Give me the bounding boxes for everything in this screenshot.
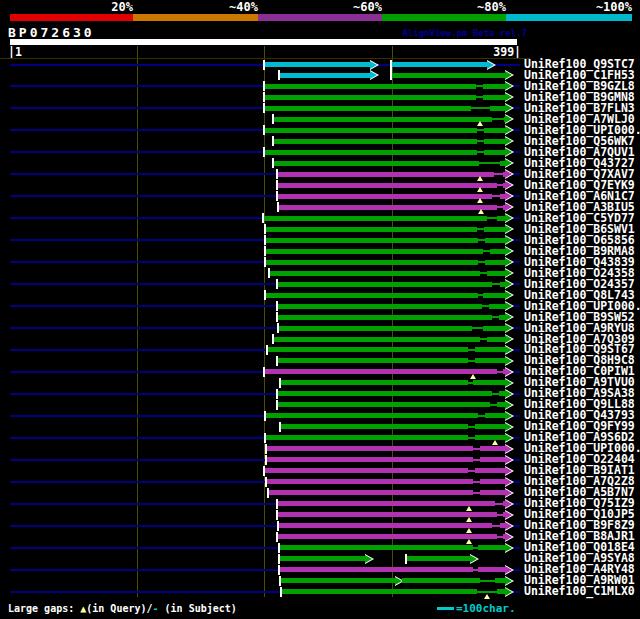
alignment-bar[interactable]: [266, 260, 478, 265]
alignment-bar[interactable]: [483, 293, 505, 298]
alignment-bar[interactable]: [278, 304, 482, 309]
alignment-thin-gap: [476, 96, 483, 98]
alignment-thin-gap: [468, 426, 475, 428]
alignment-bar[interactable]: [265, 106, 471, 111]
alignment-bar[interactable]: [480, 490, 505, 495]
alignment-bar[interactable]: [484, 150, 505, 155]
alignment-bar[interactable]: [267, 479, 473, 484]
identity-scale-label: 20%: [71, 1, 133, 13]
alignment-bar[interactable]: [480, 446, 505, 451]
alignment-bar[interactable]: [269, 490, 473, 495]
alignment-bar[interactable]: [266, 435, 468, 440]
alignment-bar[interactable]: [267, 457, 473, 462]
alignment-bar[interactable]: [475, 358, 505, 363]
alignment-bar[interactable]: [485, 238, 505, 243]
alignment-bar[interactable]: [274, 337, 480, 342]
alignment-bar[interactable]: [480, 479, 505, 484]
alignment-bar[interactable]: [265, 95, 476, 100]
alignment-bar[interactable]: [475, 435, 505, 440]
alignment-bar[interactable]: [478, 545, 505, 550]
alignment-bar[interactable]: [278, 402, 490, 407]
alignment-bar[interactable]: [266, 227, 477, 232]
alignment-bar[interactable]: [279, 523, 492, 528]
arrowhead-fill: [505, 390, 512, 398]
alignment-bar[interactable]: [280, 567, 473, 572]
alignment-bar[interactable]: [268, 347, 468, 352]
alignment-bar[interactable]: [281, 424, 468, 429]
alignment-bar[interactable]: [478, 567, 505, 572]
alignment-bar[interactable]: [487, 337, 505, 342]
alignment-bar[interactable]: [489, 304, 505, 309]
alignment-bar[interactable]: [495, 578, 505, 583]
alignment-bar[interactable]: [279, 205, 497, 210]
alignment-bar[interactable]: [264, 216, 487, 221]
alignment-bar[interactable]: [265, 369, 497, 374]
alignment-bar[interactable]: [281, 380, 468, 385]
alignment-bar[interactable]: [278, 512, 497, 517]
alignment-bar[interactable]: [392, 73, 505, 78]
alignment-bar[interactable]: [392, 62, 487, 67]
alignment-bar[interactable]: [282, 589, 477, 594]
alignment-bar[interactable]: [274, 161, 479, 166]
alignment-bar[interactable]: [484, 227, 505, 232]
alignment-bar[interactable]: [483, 326, 505, 331]
alignment-bar[interactable]: [278, 183, 497, 188]
segment-start-tick: [265, 444, 267, 454]
alignment-bar[interactable]: [265, 468, 468, 473]
alignment-bar[interactable]: [473, 380, 505, 385]
alignment-bar[interactable]: [480, 457, 505, 462]
alignment-bar[interactable]: [278, 358, 468, 363]
alignment-bar[interactable]: [278, 501, 495, 506]
segment-start-tick: [279, 576, 281, 586]
alignment-bar[interactable]: [278, 534, 497, 539]
alignment-bar[interactable]: [278, 391, 492, 396]
arrowhead-fill: [505, 588, 512, 596]
alignment-bar[interactable]: [265, 84, 476, 89]
alignment-bar[interactable]: [278, 282, 492, 287]
alignment-bar[interactable]: [280, 545, 473, 550]
alignment-bar[interactable]: [274, 139, 477, 144]
alignment-bar[interactable]: [281, 578, 395, 583]
alignment-bar[interactable]: [279, 326, 472, 331]
arrowhead-fill: [505, 500, 512, 508]
alignment-bar[interactable]: [483, 95, 505, 100]
alignment-bar[interactable]: [485, 260, 505, 265]
alignment-bar[interactable]: [490, 106, 505, 111]
alignment-bar[interactable]: [266, 413, 478, 418]
alignment-bar[interactable]: [497, 216, 505, 221]
alignment-bar[interactable]: [280, 556, 365, 561]
alignment-bar[interactable]: [497, 402, 505, 407]
segment-start-tick: [276, 312, 278, 322]
arrowhead-fill: [505, 324, 512, 332]
alignment-bar[interactable]: [475, 347, 505, 352]
segment-start-tick: [272, 114, 274, 124]
identity-scale-label: ~60%: [320, 1, 382, 13]
alignment-bar[interactable]: [278, 172, 494, 177]
alignment-bar[interactable]: [475, 468, 505, 473]
hit-label[interactable]: UniRef100_C1MLX0: [524, 586, 635, 597]
alignment-bar[interactable]: [484, 128, 505, 133]
segment-start-tick: [264, 433, 266, 443]
alignment-bar[interactable]: [270, 271, 480, 276]
alignment-bar[interactable]: [266, 293, 478, 298]
alignment-bar[interactable]: [265, 150, 477, 155]
alignment-bar[interactable]: [484, 139, 505, 144]
alignment-bar[interactable]: [407, 556, 470, 561]
alignment-thin-gap: [494, 173, 503, 175]
alignment-bar[interactable]: [265, 128, 477, 133]
alignment-bar[interactable]: [475, 424, 505, 429]
alignment-bar[interactable]: [267, 446, 473, 451]
alignment-bar[interactable]: [487, 271, 505, 276]
alignment-bar[interactable]: [497, 589, 505, 594]
alignment-bar[interactable]: [485, 413, 505, 418]
alignment-bar[interactable]: [278, 315, 492, 320]
alignment-bar[interactable]: [278, 194, 492, 199]
alignment-bar[interactable]: [483, 84, 505, 89]
alignment-bar[interactable]: [266, 238, 478, 243]
alignment-bar[interactable]: [490, 249, 505, 254]
alignment-bar[interactable]: [402, 578, 480, 583]
alignment-bar[interactable]: [274, 117, 492, 122]
alignment-bar[interactable]: [265, 62, 370, 67]
alignment-bar[interactable]: [266, 249, 483, 254]
alignment-bar[interactable]: [280, 73, 370, 78]
